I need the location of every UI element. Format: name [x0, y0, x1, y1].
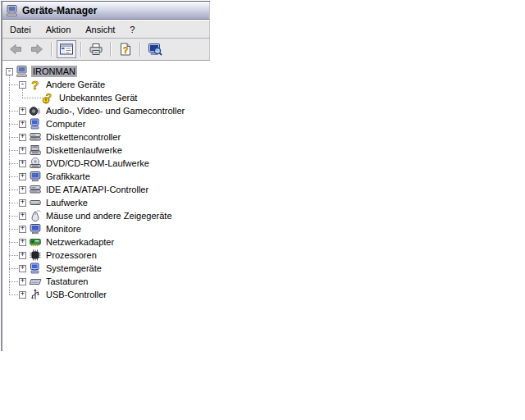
mouse-icon [29, 209, 42, 222]
tree-item-label: Tastaturen [44, 276, 89, 287]
expander-toggle[interactable]: + [19, 160, 26, 167]
keyboard-icon [29, 275, 42, 288]
menu-help[interactable]: ? [122, 23, 142, 36]
expander-toggle[interactable]: + [19, 173, 26, 180]
computer-icon [29, 117, 42, 130]
window-title: Geräte-Manager [22, 5, 97, 16]
expander-toggle[interactable]: + [19, 265, 26, 272]
speaker-icon [29, 104, 42, 117]
expander-toggle[interactable]: - [19, 81, 26, 89]
system-devices-icon [29, 262, 42, 275]
toggle-console-tree-button[interactable] [57, 40, 76, 58]
toolbar-separator [139, 42, 141, 57]
expander-toggle[interactable]: + [19, 278, 26, 285]
processor-icon [29, 249, 42, 262]
tree-item-diskettencontroller[interactable]: + Diskettencontroller [2, 130, 210, 144]
expander-toggle[interactable]: + [19, 239, 26, 246]
titlebar[interactable]: Geräte-Manager [2, 2, 210, 20]
tree-item-computer[interactable]: + Computer [2, 117, 210, 130]
expander-toggle[interactable]: + [19, 212, 26, 220]
tree-item-monitore[interactable]: + Monitore [2, 222, 210, 235]
tree-item-laufwerke[interactable]: + Laufwerke [2, 196, 210, 209]
device-manager-window: Geräte-Manager Datei Aktion Ansicht ? ? … [1, 1, 210, 351]
tree-item-label: DVD/CD-ROM-Laufwerke [44, 158, 151, 169]
help-button[interactable]: ? [116, 40, 135, 58]
tree-item-label: Andere Geräte [44, 79, 107, 90]
cd-drive-icon [29, 157, 42, 170]
tree-item-label: IDE ATA/ATAPI-Controller [44, 184, 150, 195]
network-adapter-icon [29, 235, 42, 249]
tree-item-diskettenlaufwerke[interactable]: + Diskettenlaufwerke [2, 144, 210, 157]
tree-item-label: Diskettenlaufwerke [44, 144, 124, 156]
toolbar-separator [110, 42, 112, 57]
hard-drive-icon [29, 196, 42, 209]
expander-toggle[interactable]: + [19, 121, 26, 128]
device-manager-icon [6, 4, 19, 17]
expander-toggle[interactable]: - [6, 68, 13, 75]
expander-toggle[interactable]: + [19, 186, 26, 194]
monitor-icon [29, 222, 42, 235]
tree-item-audio-video-gamecontroller[interactable]: + Audio-, Video- und Gamecontroller [2, 104, 210, 117]
expander-toggle[interactable]: + [19, 147, 26, 154]
controller-icon [29, 130, 42, 144]
svg-text:?: ? [123, 45, 129, 55]
expander-toggle[interactable]: + [19, 107, 26, 115]
expander-toggle[interactable]: + [19, 252, 26, 259]
tree-item-grafikkarte[interactable]: + Grafikkarte [2, 170, 210, 183]
tree-item-netzwerkadapter[interactable]: + Netzwerkadapter [2, 235, 210, 249]
expander-toggle[interactable]: + [19, 134, 26, 141]
tree-item-label: Prozessoren [44, 249, 98, 261]
tree-item-ironman[interactable]: - IRONMAN [2, 65, 210, 78]
usb-icon [29, 288, 42, 301]
unknown-category-icon: ? [29, 78, 42, 91]
tree-item-maeuse-zeigegeraete[interactable]: + Mäuse und andere Zeigegeräte [2, 209, 210, 222]
tree-item-label: Mäuse und andere Zeigegeräte [44, 210, 174, 221]
menu-datei[interactable]: Datei [2, 23, 39, 36]
tree-item-dvd-cdrom-laufwerke[interactable]: + DVD/CD-ROM-Laufwerke [2, 157, 210, 170]
scan-hardware-button[interactable] [145, 40, 165, 58]
menu-aktion[interactable]: Aktion [39, 23, 79, 36]
tree-item-tastaturen[interactable]: + Tastaturen [2, 275, 210, 288]
menubar: Datei Aktion Ansicht ? [2, 20, 210, 39]
expander-toggle[interactable]: + [19, 291, 26, 299]
tree-item-ide-ata-atapi-controller[interactable]: + IDE ATA/ATAPI-Controller [2, 183, 210, 196]
tree-item-label: Monitore [44, 223, 83, 235]
computer-icon [16, 65, 29, 78]
floppy-drive-icon [29, 144, 42, 157]
toolbar: ? [2, 39, 210, 61]
tree-item-label: Netzwerkadapter [44, 236, 116, 248]
tree-item-label: Laufwerke [44, 197, 89, 208]
tree-item-label: Audio-, Video- und Gamecontroller [44, 105, 186, 116]
toolbar-separator [80, 42, 82, 57]
controller-icon [29, 183, 42, 196]
device-tree: - IRONMAN - ? Andere Geräte ? Unbekannte… [2, 61, 210, 350]
tree-item-label: Computer [44, 118, 87, 130]
expander-toggle[interactable]: + [19, 199, 26, 207]
tree-item-prozessoren[interactable]: + Prozessoren [2, 249, 210, 262]
svg-text:?: ? [31, 78, 39, 91]
tree-item-label: Diskettencontroller [44, 131, 122, 143]
tree-item-label: Systemgeräte [44, 262, 103, 274]
tree-item-label: Unbekanntes Gerät [57, 92, 139, 103]
tree-item-label: IRONMAN [31, 66, 77, 77]
graphics-card-icon [29, 170, 42, 183]
tree-item-systemgeraete[interactable]: + Systemgeräte [2, 262, 210, 275]
tree-item-label: USB-Controller [44, 289, 108, 300]
forward-button[interactable] [27, 40, 47, 58]
tree-item-andere-geraete[interactable]: - ? Andere Geräte [2, 78, 210, 91]
tree-item-usb-controller[interactable]: + USB-Controller [2, 288, 210, 301]
toolbar-separator [51, 42, 52, 57]
tree-item-label: Grafikkarte [44, 171, 92, 182]
expander-toggle[interactable]: + [19, 226, 26, 233]
unknown-device-icon: ? [42, 91, 55, 104]
print-button[interactable] [86, 40, 106, 58]
tree-item-unbekanntes-geraet[interactable]: ? Unbekanntes Gerät [2, 91, 210, 104]
back-button[interactable] [6, 40, 25, 58]
menu-ansicht[interactable]: Ansicht [78, 23, 122, 36]
